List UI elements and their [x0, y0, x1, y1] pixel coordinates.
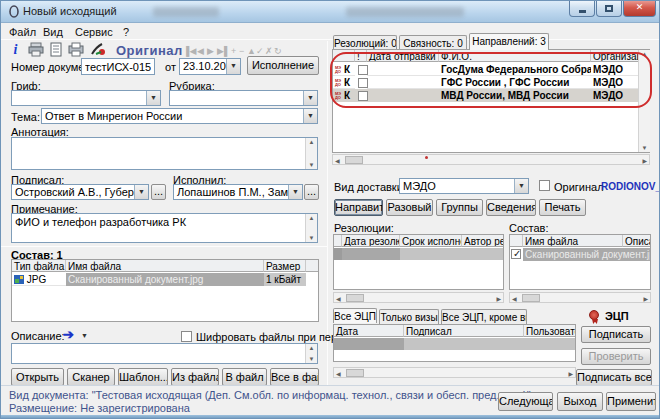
executor-select[interactable]: Лопашинов П.М., Заместитель Губе▼ — [173, 184, 303, 200]
date-picker[interactable]: 23.10.2012▼ — [179, 58, 241, 75]
description-textarea[interactable] — [11, 343, 318, 364]
scrollbar[interactable]: ◀▶ — [333, 292, 504, 303]
note-textarea[interactable]: ФИО и телефон разработчика РК — [11, 213, 318, 243]
direction-fio[interactable]: МВД России, МВД России — [439, 89, 591, 102]
nav-insert-icon[interactable]: + — [231, 46, 236, 56]
column-header[interactable]: Ф.И.О. — [439, 50, 591, 62]
signed-select[interactable]: Островский А.В., Губернатор Смоленс▼ — [11, 184, 149, 200]
file-row-type[interactable]: JPG — [12, 273, 66, 286]
chevron-down-icon[interactable]: ▼ — [303, 91, 317, 105]
sign-button[interactable]: Подписать — [581, 326, 651, 343]
nav-edit-icon[interactable]: ▲ — [247, 46, 256, 56]
scrollbar[interactable]: ▲▼ — [305, 344, 317, 363]
scrollbar[interactable]: ▲▼ — [305, 138, 317, 169]
column-header[interactable]: Дата резолюции — [342, 235, 400, 247]
verify-button[interactable]: Проверить — [581, 348, 651, 365]
next-button[interactable]: Следующая — [498, 392, 553, 411]
direction-fio[interactable]: ГосДума Федерального Собрания Ро — [439, 63, 591, 76]
nav-next-icon[interactable]: ▶ — [207, 46, 214, 56]
direction-fio[interactable]: ГФС России , ГФС России — [439, 76, 591, 89]
column-header[interactable]: ! — [355, 50, 367, 62]
chevron-down-icon[interactable]: ▼ — [288, 185, 302, 199]
annotation-textarea[interactable] — [11, 137, 318, 170]
column-header[interactable]: Размер — [264, 260, 306, 272]
rubric-select[interactable]: ▼ — [169, 90, 318, 106]
executor-ellipsis-button[interactable]: ... — [304, 184, 319, 200]
scanner-button[interactable]: Сканер — [67, 368, 115, 386]
execution-button[interactable]: Исполнение — [247, 56, 319, 75]
print-icon[interactable] — [27, 42, 44, 59]
theme-select[interactable]: Ответ в Минрегион России▼ — [41, 108, 318, 124]
compose-file-name[interactable]: Сканированный документ.jpg — [523, 248, 651, 261]
chevron-down-icon[interactable]: ▼ — [81, 332, 88, 339]
column-header[interactable]: Имя файла — [66, 260, 264, 272]
scrollbar[interactable]: ▲▼ — [305, 214, 317, 242]
signature-exit-icon[interactable] — [89, 42, 106, 59]
menu-help[interactable]: ? — [119, 25, 133, 39]
column-header[interactable]: Описа — [623, 235, 651, 247]
report-icon[interactable] — [47, 42, 64, 59]
exit-button[interactable]: Выход — [557, 392, 603, 411]
delivery-select[interactable]: МЭДО▼ — [399, 178, 529, 194]
from-file-button[interactable]: Из файла — [171, 368, 219, 386]
chevron-down-icon[interactable]: ▼ — [226, 59, 240, 74]
column-header[interactable]: Дата — [334, 325, 404, 337]
column-header[interactable]: Имя файла — [523, 235, 623, 247]
compose-file-checkbox[interactable]: ✓ — [511, 249, 521, 259]
doc-number-input[interactable] — [81, 58, 155, 75]
menu-file[interactable]: Файл — [5, 25, 40, 39]
column-header[interactable]: Автор резол — [462, 235, 504, 247]
tab-directions[interactable]: Направлений: 3 — [469, 33, 549, 50]
chevron-down-icon[interactable]: ▼ — [134, 185, 148, 199]
direction-date[interactable] — [367, 63, 439, 76]
scrollbar[interactable]: ◀▶ — [509, 292, 651, 303]
details-button[interactable]: Сведения — [486, 199, 536, 216]
encrypt-checkbox[interactable] — [181, 331, 192, 342]
scrollbar[interactable]: ◀▶ — [332, 154, 650, 165]
direction-date[interactable] — [367, 76, 439, 89]
single-button[interactable]: Разовый — [386, 199, 433, 216]
tab-visas-only[interactable]: Только визы — [379, 309, 439, 324]
close-button[interactable]: ✕ — [623, 1, 656, 17]
tab-all-ecp[interactable]: Все ЭЦП — [333, 308, 377, 323]
minimize-button[interactable] — [569, 1, 595, 17]
open-button[interactable]: Открыть — [11, 368, 64, 386]
menu-view[interactable]: Вид — [39, 25, 67, 39]
chevron-down-icon[interactable]: ▼ — [146, 91, 160, 105]
nav-cancel-icon[interactable]: ✗ — [265, 46, 273, 56]
apply-button[interactable]: Применить — [606, 392, 656, 411]
chevron-down-icon[interactable]: ▼ — [303, 109, 317, 123]
nav-first-icon[interactable]: ▐◀ — [183, 46, 196, 56]
send-button[interactable]: Направить — [334, 199, 383, 216]
scrollbar[interactable]: ◀▶ — [333, 367, 576, 378]
print-button[interactable]: Печать — [539, 199, 586, 216]
column-header[interactable]: Пользователь — [524, 325, 576, 337]
column-header[interactable]: Подписал — [404, 325, 524, 337]
all-to-file-button[interactable]: Все в файл — [270, 368, 319, 386]
sign-all-button[interactable]: Подписать все — [576, 369, 652, 386]
template-button[interactable]: Шаблон... — [118, 368, 168, 386]
column-header[interactable]: Дата отправки — [367, 50, 439, 62]
signed-ellipsis-button[interactable]: ... — [151, 184, 166, 200]
grif-select[interactable]: ▼ — [11, 90, 161, 106]
original-checkbox[interactable] — [539, 180, 550, 191]
maximize-button[interactable] — [596, 1, 622, 17]
tab-links[interactable]: Связность: 0 — [399, 35, 467, 50]
tab-all-ecp-except-visas[interactable]: Все ЭЦП, кроме виз — [441, 309, 527, 324]
menu-service[interactable]: Сервис — [71, 25, 117, 39]
nav-prior-icon[interactable]: ◀ — [197, 46, 204, 56]
column-header[interactable] — [306, 260, 319, 272]
nav-last-icon[interactable]: ▶▌ — [217, 46, 230, 56]
description-arrow-icon[interactable]: ➔ — [63, 327, 74, 342]
direction-date[interactable] — [367, 89, 439, 102]
file-row-name[interactable]: Сканированный документ.jpg — [66, 273, 264, 286]
column-header[interactable] — [510, 235, 523, 247]
scrollbar[interactable]: ▲▼ — [638, 50, 650, 152]
info-button[interactable]: i — [7, 42, 24, 59]
titlebar[interactable]: Новый исходящий ✕ — [1, 1, 660, 23]
to-file-button[interactable]: В файл — [222, 368, 267, 386]
column-header[interactable] — [333, 50, 355, 62]
nav-refresh-icon[interactable]: ↻ — [274, 46, 282, 56]
column-header[interactable]: Тип файла — [12, 260, 66, 272]
nav-delete-icon[interactable]: − — [239, 46, 244, 56]
